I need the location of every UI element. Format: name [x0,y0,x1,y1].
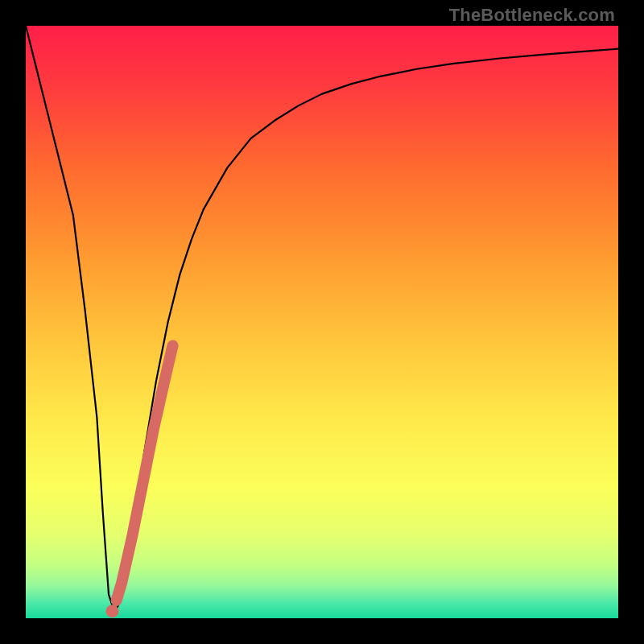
chart-frame: TheBottleneck.com [0,0,644,644]
watermark-text: TheBottleneck.com [449,5,615,26]
curve-layer [26,26,618,618]
plot-area [26,26,618,618]
highlight-dot [105,605,118,617]
highlight-segment [117,345,173,600]
bottleneck-curve [26,26,618,613]
